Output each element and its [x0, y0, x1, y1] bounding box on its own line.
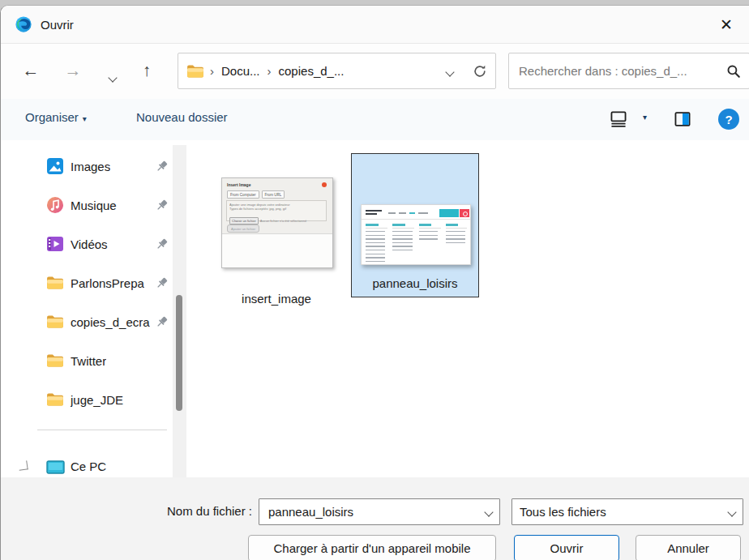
- file-item-insert-image[interactable]: Insert Image From Computer From URL Ajou…: [216, 169, 337, 312]
- view-mode-caret-icon[interactable]: ▾: [643, 113, 647, 122]
- open-button[interactable]: Ouvrir: [514, 535, 619, 560]
- preview-tab: From Computer: [227, 190, 259, 199]
- preview-link-column: [366, 224, 387, 263]
- preview-tab: From URL: [262, 190, 285, 199]
- sidebar-item-label: Twitter: [71, 354, 106, 368]
- mobile-upload-button[interactable]: Charger à partir d'un appareil mobile: [248, 535, 496, 560]
- preview-link-column: [392, 224, 414, 252]
- preview-empty-area: [222, 233, 332, 268]
- preview-pane-icon[interactable]: [674, 110, 691, 128]
- sidebar-item-images[interactable]: Images: [1, 147, 173, 186]
- sidebar-item-copies-d-ecran[interactable]: copies_d_ecra: [1, 302, 173, 341]
- close-button[interactable]: ✕: [715, 13, 738, 36]
- filetype-value: Tous les fichiers: [520, 505, 729, 519]
- sidebar-item-label: ParlonsPrepa: [71, 276, 144, 290]
- folder-icon: [45, 390, 65, 409]
- new-folder-button[interactable]: Nouveau dossier: [136, 110, 228, 124]
- view-mode-icon[interactable]: [610, 110, 627, 128]
- sidebar-item-videos[interactable]: Vidéos: [1, 224, 173, 263]
- this-pc-icon: [45, 458, 65, 477]
- pin-icon: [155, 199, 169, 212]
- breadcrumb-separator: ›: [262, 64, 277, 78]
- pin-icon: [155, 237, 169, 251]
- folder-icon: [45, 273, 65, 293]
- window-title: Ouvrir: [41, 18, 74, 32]
- filetype-select[interactable]: Tous les fichiers: [511, 498, 743, 525]
- address-dropdown-chevron[interactable]: [447, 64, 453, 79]
- expand-chevron-icon[interactable]: [18, 460, 28, 470]
- breadcrumb-documents[interactable]: Docu...: [220, 64, 262, 78]
- main-area: Images Musique Vidéos: [1, 140, 749, 482]
- sidebar-item-label: juge_JDE: [71, 393, 123, 407]
- sidebar-item-parlonsprepa[interactable]: ParlonsPrepa: [1, 263, 173, 302]
- help-button[interactable]: ?: [718, 109, 739, 130]
- cancel-button[interactable]: Annuler: [636, 535, 741, 560]
- preview-upload-box: Ajouter une image depuis votre ordinateu…: [226, 200, 327, 221]
- refresh-icon[interactable]: [473, 64, 487, 79]
- panneau-loisirs-thumbnail: [361, 204, 471, 265]
- search-box: [508, 53, 749, 89]
- preview-navbar: [362, 207, 470, 220]
- filetype-dropdown-chevron: [727, 507, 736, 516]
- navigation-toolbar: ← → ↑ › Docu... › copies_d_...: [1, 44, 749, 99]
- scrollbar-thumb[interactable]: [176, 295, 182, 411]
- sidebar-separator: [37, 430, 167, 430]
- folder-icon: [186, 64, 204, 79]
- breadcrumb-current-folder[interactable]: copies_d_...: [277, 64, 346, 78]
- filename-input[interactable]: [267, 504, 486, 519]
- pin-icon: [155, 276, 169, 290]
- preview-title: Insert Image: [227, 182, 250, 187]
- search-icon[interactable]: [726, 64, 741, 79]
- footer: Nom du fichier : Tous les fichiers Charg…: [1, 477, 749, 560]
- command-bar: Organiser▾ Nouveau dossier ▾ ?: [1, 99, 749, 141]
- open-file-dialog: Ouvrir ✕ ← → ↑ › Docu... › copies_d_...: [0, 5, 749, 560]
- sidebar-item-label: Musique: [71, 199, 117, 212]
- forward-button[interactable]: →: [61, 58, 85, 83]
- title-bar: Ouvrir ✕: [1, 6, 749, 44]
- edge-logo-icon: [15, 15, 32, 33]
- sidebar-item-label: Ce PC: [71, 460, 106, 473]
- filename-label: Nom du fichier :: [1, 504, 252, 518]
- organiser-caret-icon: ▾: [83, 114, 87, 123]
- preview-link-column: [419, 224, 441, 242]
- preview-red-dot: [322, 182, 327, 187]
- folder-icon: [45, 351, 65, 370]
- sidebar-item-twitter[interactable]: Twitter: [1, 341, 173, 380]
- pin-icon: [155, 160, 169, 173]
- music-icon: [45, 195, 65, 215]
- preview-link-column: [446, 224, 467, 246]
- sidebar-scrollbar[interactable]: [173, 145, 186, 482]
- folder-icon: [45, 312, 65, 331]
- sidebar-item-juge-jde[interactable]: juge_JDE: [1, 380, 173, 419]
- organiser-menu[interactable]: Organiser▾: [25, 110, 87, 124]
- filename-dropdown-chevron[interactable]: [484, 507, 493, 516]
- recent-locations-chevron[interactable]: [101, 63, 125, 88]
- sidebar-item-label: copies_d_ecra: [71, 315, 150, 329]
- breadcrumb-separator: ›: [204, 64, 220, 78]
- sidebar-item-label: Images: [71, 160, 110, 173]
- filename-field: [259, 498, 500, 525]
- insert-image-thumbnail: Insert Image From Computer From URL Ajou…: [221, 177, 333, 268]
- preview-add-button: Ajouter un fichier: [227, 224, 259, 233]
- search-input[interactable]: [517, 63, 726, 79]
- file-name: panneau_loisirs: [352, 276, 478, 290]
- pin-icon: [155, 315, 169, 329]
- address-bar[interactable]: › Docu... › copies_d_...: [178, 53, 496, 89]
- file-name: insert_image: [216, 292, 337, 306]
- back-button[interactable]: ←: [19, 58, 43, 83]
- videos-icon: [45, 234, 65, 254]
- sidebar-item-musique[interactable]: Musique: [1, 186, 173, 224]
- up-button[interactable]: ↑: [135, 58, 159, 83]
- sidebar-item-label: Vidéos: [71, 237, 108, 251]
- pictures-icon: [45, 156, 65, 176]
- file-item-panneau-loisirs[interactable]: panneau_loisirs: [351, 153, 479, 297]
